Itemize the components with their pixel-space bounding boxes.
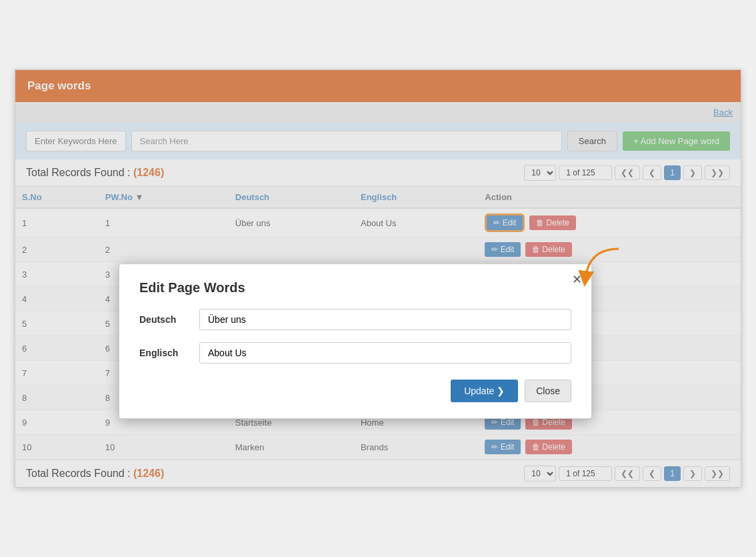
close-modal-button[interactable]: Close bbox=[525, 380, 571, 402]
edit-modal: Edit Page Words ✕ Deutsch Englisch Updat… bbox=[119, 263, 592, 419]
deutsch-input[interactable] bbox=[199, 309, 571, 330]
modal-footer: Update ❯ Close bbox=[139, 380, 571, 402]
deutsch-label: Deutsch bbox=[139, 314, 199, 325]
deutsch-row: Deutsch bbox=[139, 309, 571, 330]
englisch-row: Englisch bbox=[139, 342, 571, 364]
modal-title: Edit Page Words bbox=[139, 280, 571, 296]
englisch-input[interactable] bbox=[199, 342, 571, 364]
update-button[interactable]: Update ❯ bbox=[451, 380, 518, 402]
arrow-indicator bbox=[575, 242, 629, 292]
englisch-label: Englisch bbox=[139, 348, 199, 358]
